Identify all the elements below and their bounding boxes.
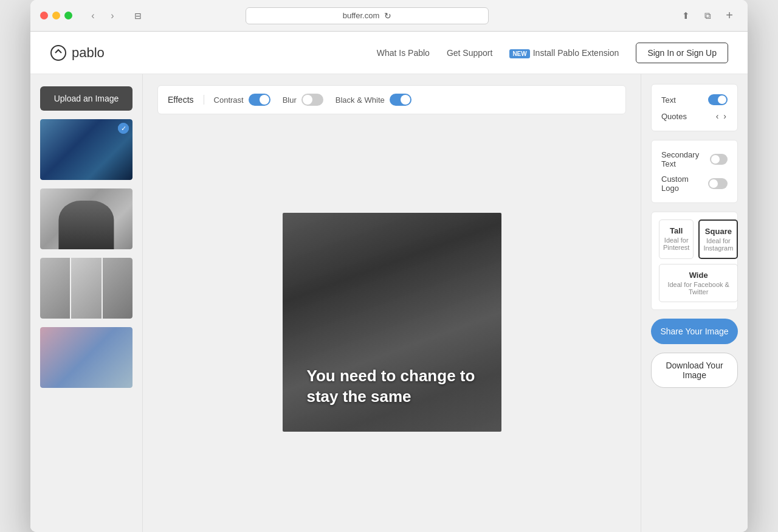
secondary-text-toggle[interactable] xyxy=(710,154,728,165)
quotes-prev-button[interactable]: ‹ xyxy=(715,111,720,121)
blur-toggle-group: Blur xyxy=(283,94,323,106)
canvas-area: Effects Contrast Blur Black & White xyxy=(143,74,641,532)
shape-wide[interactable]: Wide Ideal for Facebook & Twitter xyxy=(659,264,738,302)
left-sidebar: Upload an Image ✓ xyxy=(30,74,143,532)
blur-label: Blur xyxy=(283,95,297,105)
custom-logo-toggle[interactable] xyxy=(708,178,728,189)
share-image-button[interactable]: Share Your Image xyxy=(651,319,738,344)
selected-check-icon: ✓ xyxy=(118,123,129,134)
shape-square-desc: Ideal for Instagram xyxy=(703,237,733,252)
text-toggle[interactable] xyxy=(708,94,728,105)
add-tab-button[interactable]: + xyxy=(721,7,738,24)
quotes-next-button[interactable]: › xyxy=(722,111,728,121)
canvas-wrapper: You need to change to stay the same xyxy=(157,123,626,521)
back-button[interactable]: ‹ xyxy=(84,7,102,24)
secondary-text-label: Secondary Text xyxy=(661,150,710,168)
maximize-button[interactable] xyxy=(64,12,72,19)
image-thumbnail-cherry[interactable] xyxy=(40,327,133,388)
extension-link[interactable]: NEWInstall Pablo Extension xyxy=(509,48,619,58)
contrast-toggle[interactable] xyxy=(249,94,270,106)
sign-in-button[interactable]: Sign In or Sign Up xyxy=(636,43,728,63)
shape-wide-name: Wide xyxy=(663,271,734,280)
custom-logo-label: Custom Logo xyxy=(661,174,708,193)
forward-button[interactable]: › xyxy=(104,7,121,24)
minimize-button[interactable] xyxy=(52,12,60,19)
bw-toggle-group: Black & White xyxy=(336,94,411,106)
titlebar: ‹ › ⊟ buffer.com ↻ ⬆ ⧉ + xyxy=(30,0,748,32)
effects-tab[interactable]: Effects xyxy=(168,95,204,105)
what-is-pablo-link[interactable]: What Is Pablo xyxy=(377,48,430,58)
logo: pablo xyxy=(50,44,105,61)
quotes-row: Quotes ‹ › xyxy=(661,111,728,121)
get-support-link[interactable]: Get Support xyxy=(447,48,493,58)
bw-label: Black & White xyxy=(336,95,385,105)
canvas-image[interactable]: You need to change to stay the same xyxy=(283,213,501,432)
url-text: buffer.com xyxy=(343,11,379,20)
nav-buttons: ‹ › xyxy=(84,7,121,24)
quotes-arrows: ‹ › xyxy=(715,111,728,121)
shapes-card: Tall Ideal for Pinterest Square Ideal fo… xyxy=(651,212,738,310)
shape-tall[interactable]: Tall Ideal for Pinterest xyxy=(659,219,694,259)
main-content: Upload an Image ✓ xyxy=(30,74,748,532)
add-window-button[interactable]: ⧉ xyxy=(699,7,716,24)
shape-tall-name: Tall xyxy=(663,226,689,235)
close-button[interactable] xyxy=(40,12,48,19)
browser-window: ‹ › ⊟ buffer.com ↻ ⬆ ⧉ + pablo What Is P… xyxy=(30,0,748,532)
blur-toggle[interactable] xyxy=(301,94,323,106)
shape-wide-desc: Ideal for Facebook & Twitter xyxy=(663,281,734,295)
url-bar[interactable]: buffer.com ↻ xyxy=(246,7,489,24)
upload-button[interactable]: Upload an Image xyxy=(40,86,133,111)
reload-icon: ↻ xyxy=(384,11,391,21)
shape-square[interactable]: Square Ideal for Instagram xyxy=(698,219,738,259)
svg-point-0 xyxy=(51,46,66,60)
traffic-lights xyxy=(40,12,72,19)
shape-tall-desc: Ideal for Pinterest xyxy=(663,237,689,251)
image-thumbnail-ocean[interactable]: ✓ xyxy=(40,119,133,180)
shape-square-name: Square xyxy=(703,227,733,236)
logo-icon xyxy=(50,44,67,61)
main-nav: What Is Pablo Get Support NEWInstall Pab… xyxy=(377,43,728,63)
share-browser-button[interactable]: ⬆ xyxy=(677,7,694,24)
quotes-label: Quotes xyxy=(661,112,687,121)
text-quotes-card: Text Quotes ‹ › xyxy=(651,84,738,131)
logo-text: pablo xyxy=(72,45,105,61)
new-badge: NEW xyxy=(509,49,529,58)
bw-toggle[interactable] xyxy=(390,94,411,106)
app-header: pablo What Is Pablo Get Support NEWInsta… xyxy=(30,32,748,74)
secondary-text-card: Secondary Text Custom Logo xyxy=(651,140,738,203)
right-panel: Text Quotes ‹ › Secondary Text xyxy=(641,74,748,532)
image-thumbnail-mlk-trio[interactable] xyxy=(40,258,133,319)
text-toggle-row: Text xyxy=(661,94,728,105)
image-thumbnail-mlk[interactable] xyxy=(40,188,133,249)
effects-bar: Effects Contrast Blur Black & White xyxy=(157,85,626,114)
download-image-button[interactable]: Download Your Image xyxy=(651,353,738,388)
canvas-quote-text[interactable]: You need to change to stay the same xyxy=(307,366,477,407)
text-label: Text xyxy=(661,95,676,105)
contrast-toggle-group: Contrast xyxy=(214,94,270,106)
secondary-text-row: Secondary Text xyxy=(661,150,728,168)
sidebar-toggle-button[interactable]: ⊟ xyxy=(128,7,148,24)
contrast-label: Contrast xyxy=(214,95,244,105)
browser-actions: ⬆ ⧉ + xyxy=(677,7,738,24)
custom-logo-row: Custom Logo xyxy=(661,174,728,193)
